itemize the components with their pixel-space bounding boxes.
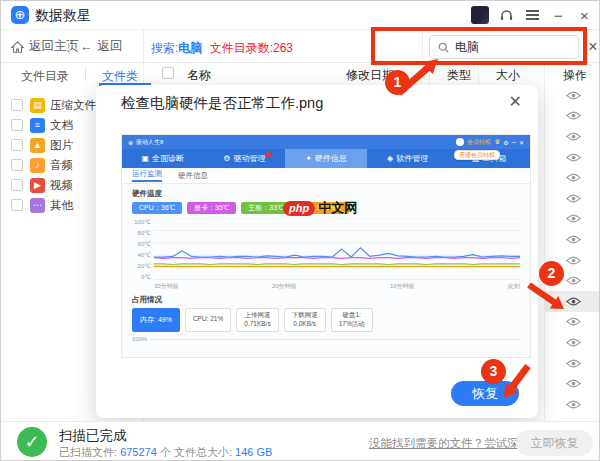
back-label: 返回	[98, 38, 123, 55]
checkbox[interactable]	[11, 119, 23, 131]
col-size[interactable]: 大小	[496, 67, 520, 84]
recover-now-button[interactable]: 立即恢复	[516, 430, 593, 456]
preview-eye-icon[interactable]	[545, 126, 600, 147]
menu-icon[interactable]	[524, 7, 541, 24]
highlight-rect-search	[371, 27, 587, 65]
preview-eye-icon[interactable]	[545, 106, 600, 127]
usage-chips: 内存: 49% CPU: 21% 上传网速0.71KB/s 下载网速0.0KB/…	[132, 308, 520, 332]
app-title: 数据救星	[35, 7, 91, 25]
app-window: ⊕ 数据救星 − × 返回主页 ← 返回 搜索:电脑 文件目录数:263	[0, 0, 600, 461]
modal-close-icon[interactable]: ✕	[509, 92, 522, 111]
filetype-label: 视频	[50, 178, 73, 193]
status-bar: ✓ 扫描已完成 已扫描文件: 675274 个 文件总大小: 146 GB 没能…	[1, 421, 600, 461]
checkbox[interactable]	[11, 159, 23, 171]
preview-eye-icon[interactable]	[545, 147, 600, 168]
temp-chart-lines	[154, 218, 520, 280]
summary-count: 文件目录数:263	[210, 41, 293, 55]
usage-section-title: 占用情况	[132, 295, 520, 305]
scan-status: 扫描已完成	[59, 427, 127, 445]
temp-section-title: 硬件温度	[132, 189, 520, 199]
modal-title: 检查电脑硬件是否正常工作.png	[121, 94, 323, 113]
select-all-checkbox[interactable]	[162, 67, 174, 79]
home-label: 返回主页	[29, 38, 79, 55]
app-logo-icon: ⊕	[11, 6, 29, 24]
file-preview-image: ⊕ 驱动人生8 会员特权 ♛ ⚙ ─ ✕ 开通会员特权 ▣全面诊断 ⚙驱动管理 …	[121, 134, 531, 358]
step-1-badge: 1	[385, 70, 410, 95]
step-3-badge: 3	[481, 359, 506, 384]
preview-eye-icon[interactable]	[545, 291, 600, 312]
checkbox[interactable]	[11, 139, 23, 151]
temperature-chart: 100℃80℃60℃40℃20℃0℃	[132, 218, 520, 280]
divider	[85, 68, 86, 81]
checkbox[interactable]	[11, 179, 23, 191]
checkbox[interactable]	[11, 99, 23, 111]
preview-tab-driver: ⚙驱动管理	[204, 149, 286, 168]
preview-subtabs: 运行监测 硬件信息	[122, 168, 530, 184]
preview-close-icon: ✕	[519, 139, 524, 146]
recover-button[interactable]: 恢复	[451, 381, 519, 406]
divider	[429, 63, 430, 85]
notification-dot	[266, 152, 271, 157]
preview-eye-icon[interactable]	[545, 373, 600, 394]
image-icon: ▲	[30, 138, 45, 153]
title-bar: ⊕ 数据救星 − ×	[1, 1, 600, 29]
memory-usage-chip: 内存: 49%	[132, 308, 180, 332]
scanned-count: 675274	[120, 446, 157, 458]
back-arrow-icon: ←	[80, 40, 93, 54]
video-icon: ▶	[30, 178, 45, 193]
preview-avatar	[456, 138, 464, 146]
filetype-label: 压缩文件	[50, 98, 96, 113]
checkbox[interactable]	[11, 199, 23, 211]
audio-icon: ♪	[30, 158, 45, 173]
preview-eye-icon[interactable]	[545, 353, 600, 374]
preview-minimize-icon: ─	[512, 139, 516, 145]
upload-speed-chip: 上传网速0.71KB/s	[236, 308, 278, 332]
preview-eye-icon[interactable]	[545, 167, 600, 188]
clear-search-icon[interactable]: ×	[585, 36, 600, 58]
download-speed-chip: 下载网速0.0KB/s	[284, 308, 326, 332]
success-check-icon: ✓	[17, 427, 47, 457]
preview-app-titlebar: ⊕ 驱动人生8 会员特权 ♛ ⚙ ─ ✕	[122, 135, 530, 149]
preview-modal: 检查电脑硬件是否正常工作.png ✕ ⊕ 驱动人生8 会员特权 ♛ ⚙ ─ ✕ …	[96, 85, 538, 418]
search-summary: 搜索:电脑 文件目录数:263	[151, 40, 293, 57]
filetype-label: 文档	[50, 118, 73, 133]
disk-activity-chip: 硬盘1:17%活动	[331, 308, 373, 332]
user-avatar[interactable]	[471, 6, 489, 24]
preview-gear-icon: ⚙	[503, 139, 508, 146]
preview-eye-icon[interactable]	[545, 312, 600, 333]
tab-file-directory[interactable]: 文件目录	[21, 68, 69, 85]
col-type[interactable]: 类型	[447, 67, 471, 84]
divider	[544, 63, 545, 85]
cpu-temp-chip: CPU：36℃	[132, 202, 182, 214]
back-button[interactable]: ← 返回	[80, 38, 123, 55]
preview-eye-icon[interactable]	[545, 209, 600, 230]
preview-member-badge: 开通会员特权	[454, 150, 500, 160]
scan-detail: 已扫描文件: 675274 个 文件总大小: 146 GB	[59, 445, 272, 460]
preview-tab-hardware: ✦硬件信息	[285, 149, 367, 168]
subtab-monitor: 运行监测	[132, 169, 162, 182]
table-header: 名称 修改日期 类型 大小 操作	[144, 63, 600, 85]
summary-keyword: 电脑	[178, 41, 202, 55]
divider	[478, 63, 479, 85]
col-operation[interactable]: 操作	[563, 67, 587, 84]
minimize-icon[interactable]: −	[550, 7, 567, 24]
total-size: 146 GB	[235, 446, 272, 458]
preview-eye-icon[interactable]	[545, 229, 600, 250]
operation-column	[544, 85, 600, 421]
archive-icon: ▤	[30, 98, 45, 113]
summary-label: 搜索:	[151, 41, 178, 55]
preview-eye-icon[interactable]	[545, 332, 600, 353]
preview-app-logo-icon: ⊕	[128, 139, 133, 146]
divider	[143, 30, 144, 63]
close-icon[interactable]: ×	[576, 7, 593, 24]
preview-eye-icon[interactable]	[545, 85, 600, 106]
subtab-hardware-info: 硬件信息	[178, 171, 208, 181]
filetype-label: 音频	[50, 158, 73, 173]
php-logo: php	[283, 201, 315, 216]
col-name[interactable]: 名称	[187, 67, 211, 84]
preview-eye-icon[interactable]	[545, 394, 600, 415]
gpu-temp-chip: 显卡：35℃	[187, 202, 236, 214]
preview-eye-icon[interactable]	[545, 188, 600, 209]
step-2-badge: 2	[539, 261, 564, 286]
support-headset-icon[interactable]	[498, 7, 515, 24]
